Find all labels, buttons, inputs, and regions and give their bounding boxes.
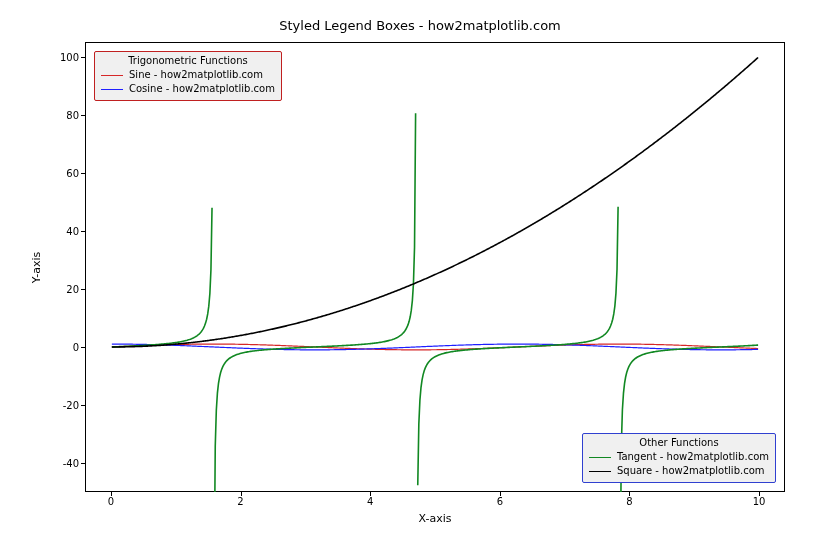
y-axis-label: Y-axis xyxy=(30,42,44,492)
legend-trig-title: Trigonometric Functions xyxy=(101,55,275,66)
ytick-label: -20 xyxy=(47,399,79,410)
legend-trig: Trigonometric Functions Sine - how2matpl… xyxy=(94,51,282,101)
ytick-label: -40 xyxy=(47,457,79,468)
ytick-label: 60 xyxy=(47,167,79,178)
legend-swatch-sine xyxy=(101,75,123,76)
xtick-label: 0 xyxy=(108,496,114,507)
ytick-mark xyxy=(81,347,85,348)
legend-swatch-tangent xyxy=(589,457,611,458)
ytick-mark xyxy=(81,57,85,58)
legend-row-square: Square - how2matplotlib.com xyxy=(589,464,769,478)
plot-svg xyxy=(86,43,784,492)
legend-label-sine: Sine - how2matplotlib.com xyxy=(129,68,263,82)
legend-label-square: Square - how2matplotlib.com xyxy=(617,464,765,478)
chart-title: Styled Legend Boxes - how2matplotlib.com xyxy=(0,18,840,33)
ytick-label: 20 xyxy=(47,283,79,294)
legend-swatch-cosine xyxy=(101,89,123,90)
plot-area: Trigonometric Functions Sine - how2matpl… xyxy=(85,42,785,492)
xtick-label: 2 xyxy=(237,496,243,507)
xtick-label: 8 xyxy=(626,496,632,507)
ytick-mark xyxy=(81,115,85,116)
x-axis-label: X-axis xyxy=(85,512,785,525)
ytick-label: 100 xyxy=(47,51,79,62)
ytick-label: 0 xyxy=(47,341,79,352)
xtick-label: 6 xyxy=(497,496,503,507)
legend-other: Other Functions Tangent - how2matplotlib… xyxy=(582,433,776,483)
legend-row-tangent: Tangent - how2matplotlib.com xyxy=(589,450,769,464)
legend-label-tangent: Tangent - how2matplotlib.com xyxy=(617,450,769,464)
legend-other-title: Other Functions xyxy=(589,437,769,448)
ytick-mark xyxy=(81,231,85,232)
legend-row-sine: Sine - how2matplotlib.com xyxy=(101,68,275,82)
ytick-label: 80 xyxy=(47,109,79,120)
ytick-mark xyxy=(81,289,85,290)
legend-row-cosine: Cosine - how2matplotlib.com xyxy=(101,82,275,96)
xtick-label: 4 xyxy=(367,496,373,507)
figure: Styled Legend Boxes - how2matplotlib.com… xyxy=(0,0,840,560)
xtick-label: 10 xyxy=(753,496,766,507)
legend-label-cosine: Cosine - how2matplotlib.com xyxy=(129,82,275,96)
ytick-label: 40 xyxy=(47,225,79,236)
ytick-mark xyxy=(81,405,85,406)
legend-swatch-square xyxy=(589,471,611,472)
ytick-mark xyxy=(81,463,85,464)
ytick-mark xyxy=(81,173,85,174)
